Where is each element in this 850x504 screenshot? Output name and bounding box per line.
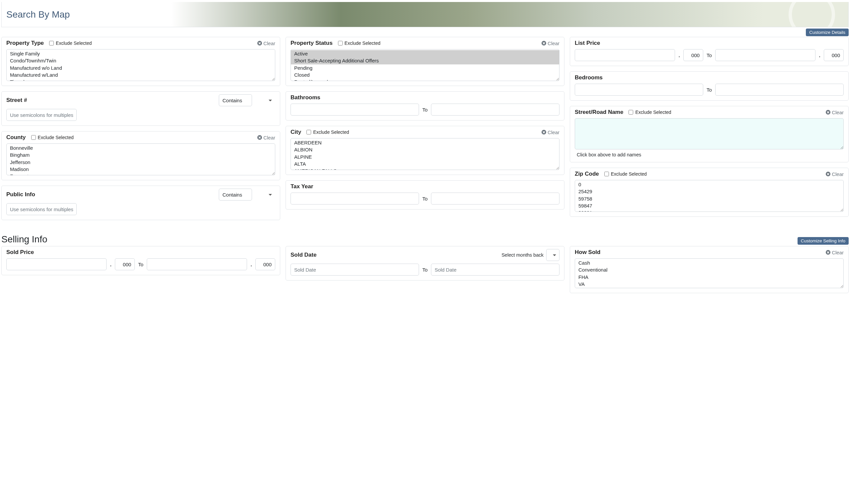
list-item[interactable]: Rented/Leased (291, 78, 559, 81)
list-item[interactable]: Jefferson (7, 159, 275, 166)
page-title: Search By Map (2, 9, 70, 20)
list-item[interactable]: Manufactured w/o Land (7, 65, 275, 71)
street-number-input[interactable] (6, 109, 77, 121)
sold-price-title: Sold Price (6, 249, 34, 256)
how-sold-panel: How Sold Clear Cash Conventional FHA VA … (570, 246, 849, 293)
sold-price-to-input[interactable] (147, 258, 247, 270)
city-exclude[interactable]: Exclude Selected (306, 129, 349, 135)
sold-price-from-input[interactable] (6, 258, 107, 270)
list-price-from-thousands[interactable] (683, 49, 703, 61)
county-exclude-checkbox[interactable] (31, 135, 36, 140)
property-status-panel: Property Status Exclude Selected Clear A… (286, 37, 564, 86)
list-item[interactable]: Bonneville (7, 144, 275, 151)
list-item[interactable]: 0 (575, 181, 843, 188)
list-price-panel: List Price , To , (570, 37, 849, 66)
tax-year-from-input[interactable] (291, 193, 419, 204)
list-item[interactable]: AMERICAN FALLS (291, 167, 559, 170)
list-item[interactable]: Conventional (575, 266, 843, 273)
zip-code-exclude-checkbox[interactable] (604, 172, 609, 176)
sold-date-to-input[interactable] (431, 264, 559, 275)
zip-code-exclude[interactable]: Exclude Selected (604, 171, 647, 177)
selling-section-title: Selling Info (1, 234, 48, 245)
city-panel: City Exclude Selected Clear ABERDEEN ALB… (286, 126, 564, 175)
property-status-clear[interactable]: Clear (542, 40, 559, 46)
exclude-label: Exclude Selected (56, 40, 92, 46)
to-label: To (422, 107, 428, 112)
list-item[interactable]: 82301 (575, 209, 843, 212)
list-item[interactable]: Bingham (7, 151, 275, 158)
list-item[interactable]: Timeshare (7, 78, 275, 81)
county-listbox[interactable]: Bonneville Bingham Jefferson Madison Fre… (6, 143, 275, 175)
list-item[interactable]: 59758 (575, 195, 843, 202)
sold-date-title: Sold Date (291, 252, 317, 258)
list-item[interactable]: FHA (575, 274, 843, 281)
close-icon (826, 110, 830, 114)
selling-col-2: Sold Date Select months back To (286, 246, 564, 293)
sold-price-to-thousands[interactable] (255, 258, 275, 270)
tax-year-to-input[interactable] (431, 193, 559, 204)
list-item[interactable]: Active (291, 50, 559, 57)
county-clear[interactable]: Clear (257, 135, 275, 141)
street-road-textarea[interactable] (575, 118, 844, 149)
sold-price-from-thousands[interactable] (115, 258, 135, 270)
property-type-exclude[interactable]: Exclude Selected (49, 40, 92, 46)
list-item[interactable]: Condo/Townhm/Twin (7, 57, 275, 64)
property-status-exclude[interactable]: Exclude Selected (338, 40, 380, 46)
list-price-from-input[interactable] (575, 49, 675, 61)
how-sold-clear[interactable]: Clear (826, 250, 844, 255)
list-item[interactable]: Manufactured w/Land (7, 71, 275, 78)
property-status-listbox[interactable]: Active Short Sale-Accepting Additional O… (291, 49, 559, 81)
grid-col-2: Property Status Exclude Selected Clear A… (286, 37, 564, 220)
list-item[interactable]: Single Family (7, 50, 275, 57)
how-sold-listbox[interactable]: Cash Conventional FHA VA Formal Assumpti… (575, 258, 844, 288)
property-type-clear[interactable]: Clear (257, 40, 275, 46)
customize-selling-button[interactable]: Customize Selling Info (798, 237, 849, 245)
list-price-to-input[interactable] (715, 49, 815, 61)
page-banner: Search By Map (1, 2, 849, 27)
street-road-clear[interactable]: Clear (826, 110, 844, 115)
list-item[interactable]: Fremont (7, 173, 275, 175)
city-listbox[interactable]: ABERDEEN ALBION ALPINE ALTA AMERICAN FAL… (291, 138, 559, 170)
how-sold-title: How Sold (575, 249, 600, 256)
zip-code-clear[interactable]: Clear (826, 171, 844, 177)
list-item[interactable]: Cash (575, 259, 843, 266)
bathrooms-title: Bathrooms (291, 94, 321, 101)
bedrooms-to-input[interactable] (715, 84, 844, 96)
sold-date-panel: Sold Date Select months back To (286, 246, 564, 281)
city-clear[interactable]: Clear (542, 129, 559, 135)
list-item[interactable]: ABERDEEN (291, 139, 559, 146)
list-item[interactable]: ALBION (291, 146, 559, 153)
selling-grid: Sold Price , To , Sold Date Select month… (0, 246, 850, 293)
to-label: To (422, 267, 428, 273)
select-months-back[interactable] (546, 249, 559, 261)
list-item[interactable]: 59847 (575, 202, 843, 209)
public-info-match-select[interactable]: Contains (219, 188, 252, 200)
bathrooms-to-input[interactable] (431, 104, 559, 115)
zip-code-listbox[interactable]: 0 25429 59758 59847 82301 82302 (575, 180, 844, 212)
list-item[interactable]: 25429 (575, 188, 843, 195)
street-number-match-select[interactable]: Contains (219, 94, 252, 106)
public-info-input[interactable] (6, 203, 77, 215)
list-item[interactable]: ALTA (291, 160, 559, 167)
bathrooms-from-input[interactable] (291, 104, 419, 115)
list-item[interactable]: ALPINE (291, 154, 559, 160)
street-road-exclude-checkbox[interactable] (629, 110, 633, 114)
list-item[interactable]: VA (575, 281, 843, 288)
property-type-exclude-checkbox[interactable] (49, 41, 54, 46)
list-price-to-thousands[interactable] (824, 49, 844, 61)
customize-details-button[interactable]: Customize Details (806, 29, 849, 36)
list-item[interactable]: Short Sale-Accepting Additional Offers (291, 57, 559, 64)
sold-date-from-input[interactable] (291, 264, 419, 275)
street-road-exclude[interactable]: Exclude Selected (629, 110, 671, 115)
bedrooms-from-input[interactable] (575, 84, 703, 96)
property-status-exclude-checkbox[interactable] (338, 41, 343, 46)
list-item[interactable]: Pending (291, 65, 559, 71)
county-exclude[interactable]: Exclude Selected (31, 135, 74, 140)
list-item[interactable]: Madison (7, 166, 275, 173)
city-exclude-checkbox[interactable] (306, 130, 311, 134)
list-item[interactable]: Formal Assumption (575, 288, 843, 288)
list-item[interactable]: Closed (291, 71, 559, 78)
selling-col-1: Sold Price , To , (1, 246, 280, 293)
property-type-listbox[interactable]: Single Family Condo/Townhm/Twin Manufact… (6, 49, 275, 81)
select-months-back-label: Select months back (501, 252, 544, 258)
